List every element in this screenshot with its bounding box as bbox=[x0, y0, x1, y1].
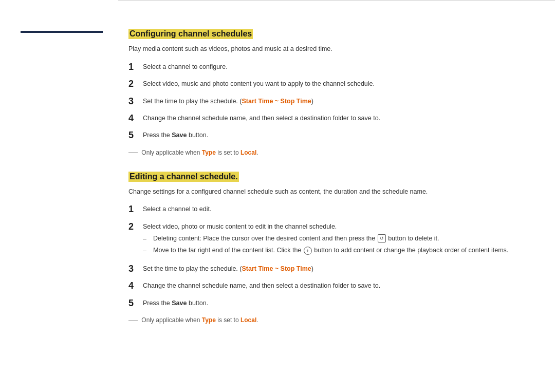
save-bold: Save bbox=[172, 132, 187, 139]
step-number: 4 bbox=[128, 280, 143, 292]
step-text: Select a channel to edit. bbox=[143, 203, 529, 214]
type-highlight2: Type bbox=[202, 316, 216, 324]
delete-icon: ↺ bbox=[378, 234, 386, 242]
sub-bullet-item: – Move to the far right end of the conte… bbox=[143, 246, 529, 256]
em-dash-icon2 bbox=[128, 321, 138, 321]
section2-intro: Change settings for a configured channel… bbox=[128, 187, 529, 197]
section1-steps: 1 Select a channel to configure. 2 Selec… bbox=[128, 61, 529, 142]
step-number: 5 bbox=[128, 129, 143, 141]
note-text: Only applicable when Type is set to Loca… bbox=[141, 149, 258, 156]
step-item: 5 Press the Save button. bbox=[128, 129, 529, 141]
local-highlight2: Local bbox=[240, 316, 256, 324]
step-item: 1 Select a channel to configure. bbox=[128, 61, 529, 73]
step-number: 1 bbox=[128, 203, 143, 215]
note-text2: Only applicable when Type is set to Loca… bbox=[141, 316, 258, 324]
step2-text: Select video, photo or music content to … bbox=[143, 223, 337, 230]
sub-bullet-text: Move to the far right end of the content… bbox=[153, 246, 508, 255]
step-text: Select video, photo or music content to … bbox=[143, 221, 529, 258]
step-item: 4 Change the channel schedule name, and … bbox=[128, 113, 529, 124]
section2-title: Editing a channel schedule. bbox=[128, 172, 239, 182]
type-highlight: Type bbox=[202, 149, 216, 156]
sub-bullet-dash: – bbox=[143, 234, 153, 244]
step-text: Press the Save button. bbox=[143, 129, 529, 140]
plus-icon: + bbox=[304, 247, 312, 255]
step-text: Set the time to play the schedule. (Star… bbox=[143, 96, 529, 106]
step-number: 4 bbox=[128, 113, 143, 124]
em-dash-icon bbox=[128, 153, 138, 153]
step-item: 1 Select a channel to edit. bbox=[128, 203, 529, 215]
section-configuring: Configuring channel schedules Play media… bbox=[128, 29, 529, 156]
step-item: 2 Select video, photo or music content t… bbox=[128, 221, 529, 258]
step-number: 3 bbox=[128, 96, 143, 107]
local-highlight: Local bbox=[240, 149, 256, 156]
section1-note: Only applicable when Type is set to Loca… bbox=[128, 149, 529, 156]
step-text: Change the channel schedule name, and th… bbox=[143, 280, 529, 291]
step-item: 2 Select video, music and photo content … bbox=[128, 78, 529, 90]
step-number: 2 bbox=[128, 221, 143, 233]
step-number: 3 bbox=[128, 263, 143, 275]
step-text: Change the channel schedule name, and th… bbox=[143, 113, 529, 123]
step-item: 3 Set the time to play the schedule. (St… bbox=[128, 263, 529, 275]
section2-steps: 1 Select a channel to edit. 2 Select vid… bbox=[128, 203, 529, 309]
section-editing: Editing a channel schedule. Change setti… bbox=[128, 172, 529, 324]
step-number: 2 bbox=[128, 78, 143, 90]
content-area: Configuring channel schedules Play media… bbox=[118, 0, 555, 392]
step-text: Select video, music and photo content yo… bbox=[143, 78, 529, 89]
highlight-start-stop: Start Time ~ Stop Time bbox=[242, 98, 311, 105]
step-number: 1 bbox=[128, 61, 143, 73]
step-text: Set the time to play the schedule. (Star… bbox=[143, 263, 529, 274]
highlight-start-stop2: Start Time ~ Stop Time bbox=[242, 265, 311, 272]
step-text: Press the Save button. bbox=[143, 297, 529, 308]
sidebar-bar bbox=[21, 31, 103, 33]
left-sidebar bbox=[0, 0, 118, 392]
step-item: 3 Set the time to play the schedule. (St… bbox=[128, 96, 529, 107]
section2-note: Only applicable when Type is set to Loca… bbox=[128, 316, 529, 324]
step-item: 5 Press the Save button. bbox=[128, 297, 529, 309]
sub-bullet-text: Deleting content: Place the cursor over … bbox=[153, 234, 439, 244]
section1-intro: Play media content such as videos, photo… bbox=[128, 44, 529, 54]
save-bold2: Save bbox=[172, 300, 187, 307]
section1-title: Configuring channel schedules bbox=[128, 29, 253, 39]
page-container: Configuring channel schedules Play media… bbox=[0, 0, 555, 392]
sub-bullet-dash: – bbox=[143, 246, 153, 256]
sub-bullets: – Deleting content: Place the cursor ove… bbox=[143, 234, 529, 256]
step-item: 4 Change the channel schedule name, and … bbox=[128, 280, 529, 292]
step-number: 5 bbox=[128, 297, 143, 309]
sub-bullet-item: – Deleting content: Place the cursor ove… bbox=[143, 234, 529, 244]
step-text: Select a channel to configure. bbox=[143, 61, 529, 72]
